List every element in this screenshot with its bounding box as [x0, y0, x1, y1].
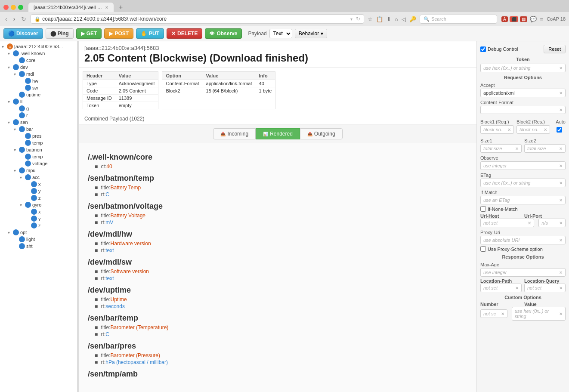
sidebar-item-6[interactable]: sw: [0, 84, 77, 91]
sidebar-item-7[interactable]: uptime: [0, 91, 77, 98]
sidebar-item-28[interactable]: light: [0, 236, 77, 243]
sidebar-item-3[interactable]: ▾ dev: [0, 64, 77, 71]
close-button[interactable]: [3, 5, 9, 10]
block2-input[interactable]: block no. ✕: [516, 125, 550, 134]
if-match-clear-icon[interactable]: ✕: [559, 198, 563, 203]
sidebar-item-1[interactable]: ▾ .well-known: [0, 50, 77, 57]
sidebar-item-26[interactable]: z: [0, 222, 77, 229]
extension3-icon[interactable]: ▦: [520, 16, 527, 22]
observe-button[interactable]: 👁 Observe: [205, 28, 242, 39]
etag-input[interactable]: use hex (0x..) or string ✕: [480, 179, 566, 187]
home-icon[interactable]: ⌂: [394, 15, 399, 23]
search-bar[interactable]: 🔍 Search: [420, 15, 497, 24]
debug-control-checkbox[interactable]: Debug Control: [480, 46, 518, 52]
ping-button[interactable]: ⬤ Ping: [46, 28, 74, 39]
browser-tab[interactable]: [aaaa::212:4b00:e:a344]/.well-kn... ✕: [28, 3, 114, 12]
sidebar-item-11[interactable]: ▾ sen: [0, 119, 77, 126]
sidebar-item-9[interactable]: g: [0, 105, 77, 112]
sidebar-item-25[interactable]: y: [0, 215, 77, 222]
sidebar-item-4[interactable]: ▾ mdl: [0, 71, 77, 77]
sidebar-item-19[interactable]: ▾ acc: [0, 174, 77, 181]
uri-host-input[interactable]: not set ✕: [480, 219, 534, 227]
sidebar-item-20[interactable]: x: [0, 181, 77, 188]
sidebar-item-18[interactable]: ▾ mpu: [0, 167, 77, 174]
content-format-clear-icon[interactable]: ✕: [559, 108, 563, 112]
tab-outgoing[interactable]: 📤 Outgoing: [300, 128, 343, 139]
refresh-icon[interactable]: ↻: [356, 16, 360, 22]
size1-input[interactable]: total size ✕: [480, 144, 522, 153]
url-bar[interactable]: 🔒 coap://[aaaa::212:4b00:e:a344]:5683/.w…: [31, 14, 364, 24]
custom-val-clear-icon[interactable]: ✕: [559, 312, 563, 316]
accept-input[interactable]: application/xml ✕: [480, 89, 566, 97]
sidebar-item-21[interactable]: y: [0, 188, 77, 194]
back-alt-icon[interactable]: ◁: [401, 15, 407, 23]
location-path-input[interactable]: not set ✕: [480, 284, 522, 292]
etag-clear-icon[interactable]: ✕: [559, 181, 563, 185]
behavior-dropdown[interactable]: Behavior ▾: [295, 29, 327, 38]
accept-clear-icon[interactable]: ✕: [559, 91, 563, 96]
location-query-clear-icon[interactable]: ✕: [559, 286, 563, 290]
sidebar-item-16[interactable]: temp: [0, 153, 77, 160]
reading-list-icon[interactable]: 📋: [375, 15, 384, 23]
uri-host-clear-icon[interactable]: ✕: [528, 221, 531, 225]
forward-button[interactable]: ›: [12, 15, 17, 23]
bookmark-icon[interactable]: ☆: [367, 15, 374, 23]
if-none-match-checkbox[interactable]: [480, 206, 486, 212]
uri-port-clear-icon[interactable]: ✕: [559, 221, 563, 225]
sidebar-item-14[interactable]: temp: [0, 139, 77, 146]
proxy-uri-input[interactable]: use absolute URI ✕: [480, 236, 566, 244]
discover-button[interactable]: 🔵 Discover: [3, 28, 43, 39]
reload-button[interactable]: ↻: [19, 15, 28, 23]
sidebar-item-12[interactable]: ▾ bar: [0, 126, 77, 133]
block2-clear-icon[interactable]: ✕: [544, 127, 547, 132]
proxy-uri-clear-icon[interactable]: ✕: [559, 238, 563, 243]
if-match-input[interactable]: use an ETag ✕: [480, 196, 566, 204]
sidebar-item-17[interactable]: voltage: [0, 160, 77, 167]
extension1-icon[interactable]: A: [501, 16, 508, 22]
back-button[interactable]: ‹: [3, 15, 9, 23]
custom-val-input[interactable]: use hex (0x..) or string ✕: [512, 307, 566, 321]
max-age-clear-icon[interactable]: ✕: [559, 270, 563, 275]
payload-format-select[interactable]: Text Hex: [269, 29, 292, 38]
location-path-clear-icon[interactable]: ✕: [515, 286, 519, 290]
maximize-button[interactable]: [18, 5, 23, 10]
tab-rendered[interactable]: 📊 Rendered: [256, 128, 300, 139]
size2-clear-icon[interactable]: ✕: [559, 146, 563, 151]
sidebar-item-2[interactable]: core: [0, 57, 77, 64]
get-button[interactable]: ▶ GET: [76, 28, 102, 39]
sidebar-item-10[interactable]: r: [0, 112, 77, 119]
sidebar-item-24[interactable]: x: [0, 208, 77, 215]
sidebar-item-23[interactable]: ▾ gyro: [0, 201, 77, 208]
sidebar-item-15[interactable]: ▾ batmon: [0, 146, 77, 153]
max-age-input[interactable]: use integer ✕: [480, 268, 566, 277]
block1-clear-icon[interactable]: ✕: [507, 127, 511, 132]
token-input[interactable]: use hex (0x..) or string ✕: [480, 64, 566, 72]
content-format-input[interactable]: ✕: [480, 106, 566, 114]
uri-port-input[interactable]: n/s ✕: [538, 219, 566, 227]
custom-num-input[interactable]: not se ✕: [480, 309, 507, 318]
sidebar-item-29[interactable]: sht: [0, 243, 77, 250]
debug-checkbox-input[interactable]: [480, 46, 486, 52]
menu-icon[interactable]: ≡: [539, 15, 544, 23]
proxy-scheme-checkbox[interactable]: [480, 246, 486, 252]
reset-button[interactable]: Reset: [544, 45, 566, 53]
sidebar-item-27[interactable]: ▾ opt: [0, 229, 77, 236]
keychain-icon[interactable]: 🔑: [408, 15, 417, 23]
sidebar-item-13[interactable]: pres: [0, 133, 77, 139]
tab-incoming[interactable]: 📥 Incoming: [213, 128, 256, 139]
sidebar-item-5[interactable]: hw: [0, 77, 77, 84]
post-button[interactable]: ▶ POST: [104, 28, 133, 39]
if-none-match-row[interactable]: If-None-Match: [480, 206, 566, 212]
put-button[interactable]: ✋ PUT: [136, 28, 164, 39]
block1-input[interactable]: block no. ✕: [480, 125, 514, 134]
minimize-button[interactable]: [11, 5, 16, 10]
token-clear-icon[interactable]: ✕: [559, 66, 563, 71]
observe-input[interactable]: use integer ✕: [480, 161, 566, 170]
sidebar-item-22[interactable]: z: [0, 194, 77, 201]
extension4-icon[interactable]: 💬: [529, 15, 538, 23]
observe-clear-icon[interactable]: ✕: [559, 164, 563, 168]
tab-close-icon[interactable]: ✕: [105, 5, 108, 10]
extension2-icon[interactable]: ⬛: [510, 16, 518, 22]
location-query-input[interactable]: not set ✕: [524, 284, 566, 292]
sidebar-item-8[interactable]: ▾ lt: [0, 98, 77, 105]
